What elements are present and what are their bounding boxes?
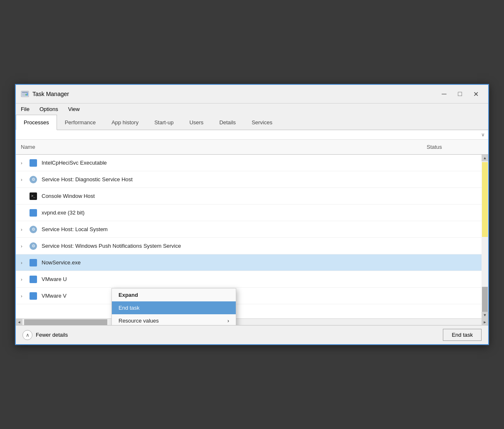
expand-arrow-icon[interactable]: › (21, 227, 29, 232)
process-icon (29, 275, 37, 284)
sort-chevron-icon[interactable]: ∨ (481, 132, 485, 138)
scroll-left-button[interactable]: ◄ (16, 319, 22, 325)
expand-arrow-icon[interactable]: › (21, 260, 29, 265)
process-list: › IntelCpHeciSvc Executable › ⚙ Service … (16, 155, 488, 318)
svg-rect-5 (25, 94, 27, 96)
process-name: VMware U (42, 276, 477, 282)
tab-users[interactable]: Users (181, 115, 211, 130)
task-manager-window: Task Manager ─ □ ✕ File Options View Pro… (15, 84, 489, 345)
process-icon: ⚙ (29, 175, 37, 184)
sort-bar: ∨ (16, 130, 488, 140)
process-icon (29, 209, 37, 217)
ctx-expand[interactable]: Expand (112, 288, 236, 301)
horizontal-scrollbar[interactable]: ◄ ► (16, 318, 488, 325)
process-icon: >_ (29, 192, 37, 200)
fewer-details-label: Fewer details (36, 332, 68, 338)
footer: ∧ Fewer details End task (16, 325, 488, 344)
h-scroll-thumb[interactable] (24, 319, 107, 325)
process-name: IntelCpHeciSvc Executable (42, 160, 477, 166)
tab-app-history[interactable]: App history (104, 115, 146, 130)
title-buttons: ─ □ ✕ (437, 88, 483, 100)
ctx-resource-values[interactable]: Resource values › (112, 314, 236, 325)
process-name: VMware V (42, 293, 477, 299)
maximize-button[interactable]: □ (452, 88, 467, 100)
title-bar-left: Task Manager (21, 90, 69, 98)
end-task-button[interactable]: End task (443, 329, 482, 341)
table-row[interactable]: › VMware V (16, 288, 482, 304)
menu-options[interactable]: Options (38, 105, 60, 113)
content-area: ∨ Name Status › IntelCpHeciSvc Executabl… (16, 130, 488, 325)
expand-arrow-icon[interactable]: › (21, 293, 29, 298)
process-name: Service Host: Diagnostic Service Host (42, 176, 477, 182)
process-name: Service Host: Windows Push Notifications… (42, 243, 477, 249)
scroll-down-button[interactable]: ▼ (482, 312, 488, 318)
context-menu: Expand End task Resource values › Debug … (111, 288, 236, 325)
close-button[interactable]: ✕ (468, 88, 483, 100)
expand-arrow-icon[interactable]: › (21, 160, 29, 165)
process-rows: › IntelCpHeciSvc Executable › ⚙ Service … (16, 155, 482, 318)
title-bar: Task Manager ─ □ ✕ (16, 85, 488, 104)
process-name: xvpnd.exe (32 bit) (42, 210, 477, 216)
tab-details[interactable]: Details (211, 115, 244, 130)
scroll-right-button[interactable]: ► (482, 319, 488, 325)
tab-bar: Processes Performance App history Start-… (16, 115, 488, 130)
table-row[interactable]: >_ Console Window Host (16, 188, 482, 205)
table-row[interactable]: › ⚙ Service Host: Diagnostic Service Hos… (16, 171, 482, 188)
fewer-details-button[interactable]: ∧ Fewer details (22, 330, 68, 340)
process-name: Service Host: Local System (42, 226, 477, 232)
process-name: NowService.exe (42, 259, 477, 266)
tab-services[interactable]: Services (244, 115, 280, 130)
tab-processes[interactable]: Processes (16, 115, 57, 130)
process-icon (29, 292, 37, 300)
table-row[interactable]: › VMware U (16, 271, 482, 288)
svg-rect-1 (22, 92, 28, 93)
process-icon (29, 259, 37, 267)
collapse-icon: ∧ (22, 330, 32, 340)
minimize-button[interactable]: ─ (437, 88, 452, 100)
process-icon: ⚙ (29, 242, 37, 250)
process-icon (29, 159, 37, 167)
svg-rect-4 (27, 93, 28, 96)
table-row[interactable]: › ⚙ Service Host: Windows Push Notificat… (16, 238, 482, 254)
ctx-end-task[interactable]: End task (112, 301, 236, 314)
tab-startup[interactable]: Start-up (146, 115, 181, 130)
expand-arrow-icon[interactable]: › (21, 277, 29, 282)
window-title: Task Manager (32, 91, 69, 97)
process-name: Console Window Host (42, 193, 477, 199)
col-status-header[interactable]: Status (422, 142, 488, 152)
tab-performance[interactable]: Performance (57, 115, 104, 130)
table-header: Name Status (16, 140, 488, 155)
vertical-scrollbar[interactable]: ▲ ▼ (482, 155, 488, 318)
scroll-thumb-gray[interactable] (482, 287, 488, 312)
scroll-thumb-yellow[interactable] (482, 162, 488, 237)
process-icon: ⚙ (29, 225, 37, 234)
svg-rect-3 (22, 95, 25, 96)
submenu-arrow-icon: › (227, 318, 229, 324)
menu-file[interactable]: File (19, 105, 31, 113)
table-row[interactable]: › IntelCpHeciSvc Executable (16, 155, 482, 171)
expand-arrow-icon[interactable]: › (21, 244, 29, 249)
col-name-header[interactable]: Name (16, 142, 422, 152)
menu-view[interactable]: View (67, 105, 82, 113)
table-row[interactable]: › ⚙ Service Host: Local System (16, 221, 482, 238)
task-manager-icon (21, 90, 29, 98)
menu-bar: File Options View (16, 104, 488, 115)
expand-arrow-icon[interactable]: › (21, 177, 29, 182)
table-row[interactable]: › NowService.exe (16, 254, 482, 271)
scroll-up-button[interactable]: ▲ (482, 155, 488, 161)
table-row[interactable]: xvpnd.exe (32 bit) (16, 205, 482, 221)
